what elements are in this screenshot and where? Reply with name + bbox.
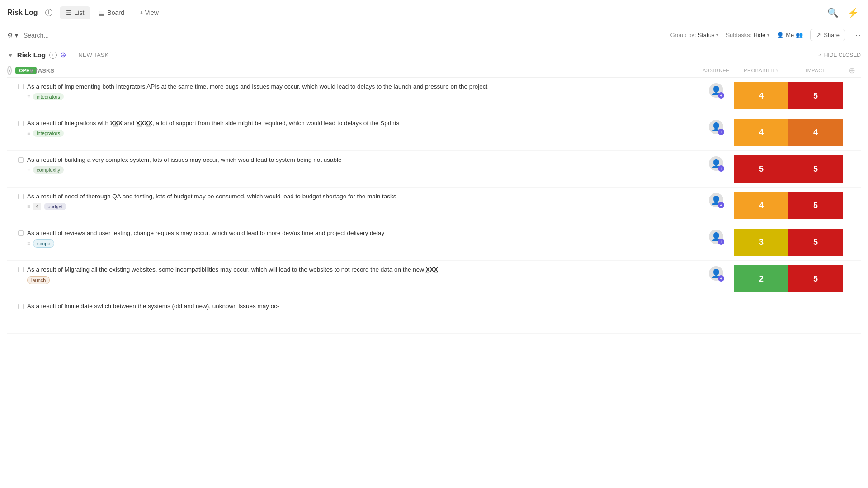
collapse-button[interactable]: ▼ [7,52,14,59]
probability-value-6: 2 [734,265,788,292]
highlight-xxx-6: XXX [426,266,438,273]
task-meta-4: ≡ 4 budget [27,203,691,210]
task-checkbox-5[interactable] [18,230,24,236]
task-meta-5: ≡ scope [27,239,691,248]
avatar-add-1: + [718,92,724,99]
subtask-icon-5: ≡ [27,240,30,247]
probability-value-3: 5 [734,155,788,183]
tag-count-4: 4 [33,203,41,210]
probability-cell-6: 2 [734,265,788,292]
toolbar-right: Group by: Status ▾ Subtasks: Hide ▾ 👤 Me… [670,29,861,41]
probability-cell-1: 4 [734,82,788,109]
task-checkbox-7[interactable] [18,304,24,309]
task-assignee-1: 👤 + [698,82,734,98]
group-by-dropdown[interactable]: Group by: Status ▾ [670,32,718,38]
task-count: 8 TASKS [30,67,54,74]
task-checkbox-1[interactable] [18,84,24,89]
tag-integrators-2[interactable]: integrators [33,130,64,137]
add-view-button[interactable]: + View [134,6,164,19]
task-text-7: As a result of immediate switch between … [27,302,691,311]
highlight-xxx: XXX [110,120,123,127]
tag-launch-6[interactable]: launch [27,276,50,284]
subtask-icon-2: ≡ [27,130,30,136]
task-text-4: As a result of need of thorough QA and t… [27,192,691,201]
board-tab-icon: ▦ [99,9,104,16]
probability-value-1: 4 [734,82,788,109]
search-input[interactable] [24,32,665,39]
task-checkbox-6[interactable] [18,267,24,272]
task-checkbox-2[interactable] [18,121,24,126]
task-meta-1: ≡ integrators [27,93,691,100]
toolbar: ⚙ ▾ Group by: Status ▾ Subtasks: Hide ▾ … [0,25,868,45]
avatar-1[interactable]: 👤 + [709,83,723,98]
impact-cell-7 [788,302,843,329]
task-assignee-4: 👤 + [698,192,734,207]
list-tab-icon: ☰ [66,9,72,16]
task-text-6: As a result of Migrating all the existin… [27,265,691,274]
share-label: Share [824,32,840,38]
task-assignee-6: 👤 + [698,265,734,281]
risk-log-info-icon[interactable]: i [49,52,57,59]
impact-value-6: 5 [788,265,843,292]
task-content-3: As a result of building a very complex s… [7,155,698,174]
search-icon[interactable]: 🔍 [826,5,840,20]
table-row: As a result of reviews and user testing,… [7,224,861,261]
me-filter[interactable]: 👤 Me 👥 [777,32,803,38]
tab-list[interactable]: ☰ List [60,6,91,19]
target-icon[interactable]: ⊕ [60,51,66,59]
more-options-button[interactable]: ⋯ [853,30,861,40]
task-meta-3: ≡ complexity [27,166,691,174]
avatar-add-6: + [718,275,724,282]
probability-value-5: 3 [734,229,788,256]
impact-cell-5: 5 [788,229,843,256]
hide-closed-label: HIDE CLOSED [824,52,861,58]
risk-log-title: Risk Log [17,51,46,59]
avatar-2[interactable]: 👤 + [709,120,723,134]
subtask-icon-1: ≡ [27,94,30,100]
tag-scope-5[interactable]: scope [33,239,54,248]
table-row: As a result of integrations with XXX and… [7,114,861,151]
lightning-icon[interactable]: ⚡ [846,5,861,20]
task-text-area-6: As a result of Migrating all the existin… [27,265,691,284]
subtasks-label: Subtasks: [726,32,751,38]
tag-complexity-3[interactable]: complexity [33,166,64,174]
tab-board[interactable]: ▦ Board [92,6,130,19]
task-assignee-2: 👤 + [698,119,734,134]
hide-closed-button[interactable]: ✓ HIDE CLOSED [818,52,861,58]
open-toggle[interactable]: ▾ [7,66,12,75]
task-content-1: As a result of implementing both Integra… [7,82,698,100]
share-button[interactable]: ↗ Share [810,29,845,41]
top-nav-right: 🔍 ⚡ [826,5,861,20]
risk-log-header: ▼ Risk Log i ⊕ + NEW TASK ✓ HIDE CLOSED [7,45,861,64]
probability-value-4: 4 [734,192,788,219]
avatar-6[interactable]: 👤 + [709,266,723,281]
info-icon[interactable]: i [45,9,52,16]
add-view-label: + View [140,9,159,16]
tag-integrators-1[interactable]: integrators [33,93,64,100]
avatar-add-3: + [718,165,724,172]
impact-column-header: IMPACT [788,68,843,73]
subtasks-dropdown[interactable]: Subtasks: Hide ▾ [726,32,769,38]
filter-button[interactable]: ⚙ ▾ [7,32,18,39]
table-row: As a result of need of thorough QA and t… [7,188,861,224]
table-row: As a result of Migrating all the existin… [7,261,861,297]
impact-cell-2: 4 [788,119,843,146]
group-by-arrow: ▾ [716,33,718,38]
subtask-icon-4: ≡ [27,203,30,210]
table-row: As a result of immediate switch between … [7,297,861,334]
tag-budget-4[interactable]: budget [44,203,66,210]
task-text-area-2: As a result of integrations with XXX and… [27,119,691,137]
add-column-button[interactable]: ⊕ [849,66,855,75]
task-checkbox-4[interactable] [18,194,24,199]
probability-cell-4: 4 [734,192,788,219]
avatar-4[interactable]: 👤 + [709,193,723,207]
probability-column-header: PROBABILITY [734,68,788,73]
task-table: ▾ OPEN 8 TASKS ASSIGNEE PROBABILITY IMPA… [7,64,861,334]
new-task-button[interactable]: + NEW TASK [70,50,112,60]
task-content-2: As a result of integrations with XXX and… [7,119,698,137]
list-tab-label: List [75,9,85,16]
task-checkbox-3[interactable] [18,157,24,163]
avatar-5[interactable]: 👤 + [709,230,723,244]
impact-value-5: 5 [788,229,843,256]
avatar-3[interactable]: 👤 + [709,156,723,171]
